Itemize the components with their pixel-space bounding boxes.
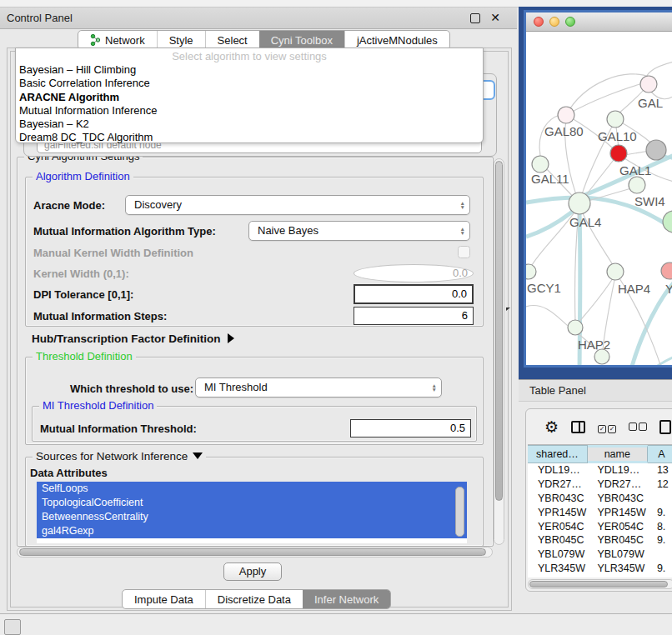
network-node-y[interactable] xyxy=(661,262,672,279)
network-window-titlebar[interactable] xyxy=(526,12,672,32)
hub-section-toggle[interactable]: Hub/Transcription Factor Definition xyxy=(32,332,234,345)
mi-threshold-field[interactable]: 0.5 xyxy=(350,419,471,438)
table-row[interactable]: YER054CYER054C8. xyxy=(528,519,672,533)
cyni-mode-tabbar: Impute Data Discretize Data Infer Networ… xyxy=(122,589,391,609)
network-node-hap2[interactable] xyxy=(568,320,583,335)
checked-boxes-icon[interactable]: ✓✓ xyxy=(598,421,616,433)
node-label: GCY1 xyxy=(527,281,561,295)
dpi-tolerance-field[interactable]: 0.0 xyxy=(354,284,474,304)
which-threshold-combobox[interactable]: MI Threshold ▲▼ xyxy=(195,378,442,398)
settings-hscroll-thumb[interactable] xyxy=(19,548,486,556)
tab-select-label: Select xyxy=(218,34,248,47)
node-label: GAL10 xyxy=(598,129,637,143)
apply-button[interactable]: Apply xyxy=(223,562,282,581)
attribute-list-scrollbar[interactable] xyxy=(455,487,464,537)
tab-cyni-toolbox[interactable]: Cyni Toolbox xyxy=(259,31,344,49)
tab-infer-network-label: Infer Network xyxy=(314,593,379,606)
network-node-gcy1[interactable] xyxy=(526,264,536,279)
network-node-gal[interactable] xyxy=(640,76,657,92)
table-cell: 8. xyxy=(647,519,672,533)
zoom-traffic-light-icon[interactable] xyxy=(565,17,575,27)
network-icon xyxy=(90,34,101,46)
network-node-swi4[interactable] xyxy=(629,177,645,193)
table-row[interactable]: YIL052CYIL052C9 xyxy=(528,575,672,578)
network-view-window[interactable]: GALGAL80GAL10GAL1GAL11SWI4GAL4GCY1HAP4YH… xyxy=(524,10,672,368)
network-node[interactable] xyxy=(663,211,672,232)
sources-group-title[interactable]: Sources for Network Inference xyxy=(33,450,206,462)
tab-jactivemnodules[interactable]: jActiveMNodules xyxy=(344,31,449,49)
mi-type-combobox[interactable]: Naive Bayes ▲▼ xyxy=(248,221,470,241)
table-row[interactable]: YDL19…YDL19…13 xyxy=(528,463,672,478)
column-header[interactable]: A xyxy=(648,445,672,463)
table-panel-titlebar: Table Panel xyxy=(519,379,672,402)
kernel-width-field[interactable]: 0.0 xyxy=(354,264,474,282)
tab-select[interactable]: Select xyxy=(205,31,259,49)
manual-kernel-checkbox[interactable] xyxy=(458,246,470,258)
gear-icon[interactable]: ⚙ xyxy=(544,418,559,437)
algorithm-dropdown-item[interactable]: Bayesian – K2 xyxy=(16,118,483,131)
data-attribute-item[interactable]: SelfLoops xyxy=(37,482,467,496)
settings-vscroll-thumb[interactable] xyxy=(495,161,503,501)
table-cell: YDL19… xyxy=(587,463,646,478)
column-header[interactable]: name xyxy=(588,445,648,463)
tab-style[interactable]: Style xyxy=(157,31,205,49)
table-panel-window: ⚙ ✓✓ shared…nameAYDL19…YDL19…13YDR27…YDR… xyxy=(525,408,672,592)
network-node-gal11[interactable] xyxy=(532,156,549,172)
algorithm-dropdown-item[interactable]: Mutual Information Inference xyxy=(16,104,483,118)
data-attribute-item[interactable]: gal4RGexp xyxy=(37,524,467,538)
node-label: GAL11 xyxy=(531,172,569,186)
network-node-gal1[interactable] xyxy=(610,145,627,162)
table-hscroll-thumb[interactable] xyxy=(529,581,668,588)
aracne-mode-value: Discovery xyxy=(134,198,182,211)
table-horizontal-scrollbar[interactable] xyxy=(528,579,672,589)
network-node[interactable] xyxy=(594,349,609,364)
column-header[interactable]: shared… xyxy=(528,445,588,463)
table-row[interactable]: YPR145WYPR145W9. xyxy=(528,505,672,519)
data-attribute-item[interactable]: TopologicalCoefficient xyxy=(37,496,467,510)
unchecked-boxes-icon[interactable] xyxy=(629,421,647,433)
table-cell xyxy=(647,548,672,562)
close-traffic-light-icon[interactable] xyxy=(534,17,544,27)
network-edge xyxy=(634,357,672,368)
hub-section-label: Hub/Transcription Factor Definition xyxy=(32,332,221,345)
table-cell: YBR045C xyxy=(528,533,587,548)
minimize-traffic-light-icon[interactable] xyxy=(549,17,559,27)
network-node-gal10[interactable] xyxy=(607,111,624,128)
aracne-mode-combobox[interactable]: Discovery ▲▼ xyxy=(125,195,470,215)
table-row[interactable]: YBR043CYBR043C xyxy=(528,492,672,506)
network-node-gal80[interactable] xyxy=(558,107,574,123)
network-node-gal4[interactable] xyxy=(569,192,590,214)
settings-horizontal-scrollbar[interactable] xyxy=(17,547,493,558)
dock-panel-button[interactable] xyxy=(4,619,21,635)
table-row[interactable]: YBL079WYBL079W xyxy=(528,548,672,562)
table-row[interactable]: YDR27…YDR27…12 xyxy=(528,478,672,492)
network-canvas[interactable]: GALGAL80GAL10GAL1GAL11SWI4GAL4GCY1HAP4YH… xyxy=(526,32,672,368)
page-icon[interactable] xyxy=(659,420,671,434)
tab-impute-data[interactable]: Impute Data xyxy=(123,590,205,608)
split-pane-icon[interactable] xyxy=(571,421,585,433)
mi-steps-field[interactable]: 6 xyxy=(354,307,474,325)
tab-network[interactable]: Network xyxy=(78,31,157,49)
table-cell: YLR345W xyxy=(587,562,646,576)
network-node[interactable] xyxy=(646,140,666,160)
table-row[interactable]: YLR345WYLR345W9. xyxy=(528,562,672,576)
algorithm-dropdown-item[interactable]: Basic Correlation Inference xyxy=(16,77,483,90)
table-panel-title: Table Panel xyxy=(529,384,586,397)
network-node-hap4[interactable] xyxy=(607,263,624,280)
algorithm-dropdown-item[interactable]: ARACNE Algorithm xyxy=(16,91,483,104)
table-cell: YBR045C xyxy=(587,533,646,548)
close-icon[interactable]: ✕ xyxy=(490,11,500,24)
mi-threshold-label: Mutual Information Threshold: xyxy=(40,422,197,435)
table-row[interactable]: YBR045CYBR045C9. xyxy=(528,533,672,548)
float-window-icon[interactable] xyxy=(470,13,480,23)
data-attribute-item[interactable]: BetweennessCentrality xyxy=(37,510,467,524)
stepper-icon: ▲▼ xyxy=(432,378,437,397)
algorithm-dropdown-item[interactable]: Bayesian – Hill Climbing xyxy=(16,63,483,77)
algorithm-dropdown-popup: Select algorithm to view settings Bayesi… xyxy=(15,48,484,143)
tab-discretize-data[interactable]: Discretize Data xyxy=(205,590,303,608)
table-cell: YBR043C xyxy=(587,492,646,506)
algorithm-dropdown-item[interactable]: Dream8 DC_TDC Algorithm xyxy=(16,131,483,144)
table-cell: 9 xyxy=(647,575,672,578)
tab-infer-network[interactable]: Infer Network xyxy=(303,590,390,608)
settings-vertical-scrollbar[interactable] xyxy=(494,158,504,545)
